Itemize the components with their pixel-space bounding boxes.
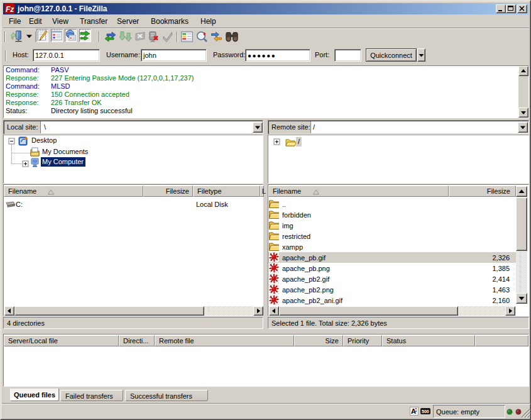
svg-text:Fz: Fz <box>6 5 14 14</box>
svg-text:500: 500 <box>422 409 429 414</box>
svg-text:A: A <box>411 407 416 415</box>
